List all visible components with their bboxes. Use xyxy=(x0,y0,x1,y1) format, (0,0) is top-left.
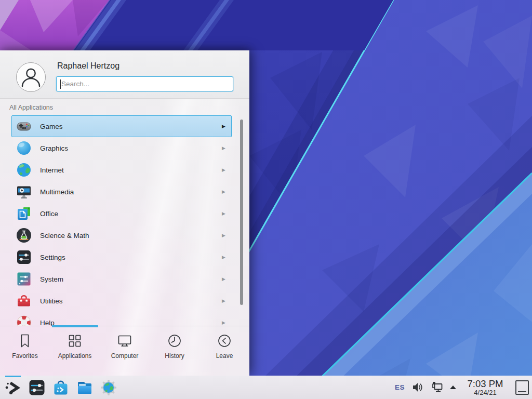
leave-icon xyxy=(217,333,232,349)
launcher-active-indicator xyxy=(5,376,21,377)
category-row-internet[interactable]: Internet ▶ xyxy=(11,159,232,181)
network-icon[interactable] xyxy=(430,381,443,394)
tab-leave[interactable]: Leave xyxy=(200,326,249,376)
kde-kickoff-icon xyxy=(4,379,22,396)
category-label: Science & Math xyxy=(40,232,89,240)
media-monitor-icon xyxy=(16,183,32,200)
search-input[interactable] xyxy=(57,77,233,91)
tab-computer[interactable]: Computer xyxy=(100,326,150,376)
taskbar-system-settings-button[interactable] xyxy=(26,376,47,399)
category-row-utilities[interactable]: Utilities ▶ xyxy=(11,290,232,312)
submenu-arrow-icon: ▶ xyxy=(222,299,225,303)
taskbar-dolphin-button[interactable] xyxy=(74,376,95,399)
tab-favorites[interactable]: Favorites xyxy=(0,326,50,376)
person-icon xyxy=(17,63,45,91)
list-scrollbar[interactable] xyxy=(240,119,243,305)
section-label: All Applications xyxy=(9,104,53,111)
speaker-icon[interactable] xyxy=(411,381,423,393)
app-grid-icon xyxy=(67,333,83,349)
tab-label: Applications xyxy=(58,352,92,360)
show-desktop-button[interactable] xyxy=(515,380,529,395)
tab-label: Favorites xyxy=(12,352,37,360)
category-label: Help xyxy=(40,319,55,326)
submenu-arrow-icon: ▶ xyxy=(222,168,225,172)
category-list: Games ▶ Graphics ▶ xyxy=(11,115,232,326)
active-tab-indicator xyxy=(52,325,98,327)
submenu-arrow-icon: ▶ xyxy=(222,124,225,129)
category-row-graphics[interactable]: Graphics ▶ xyxy=(11,137,232,159)
submenu-arrow-icon: ▶ xyxy=(222,190,225,194)
category-row-settings[interactable]: Settings ▶ xyxy=(11,246,232,268)
history-clock-icon xyxy=(167,333,182,349)
text-caret xyxy=(60,79,61,89)
category-label: System xyxy=(40,275,63,283)
category-label: Utilities xyxy=(40,297,63,305)
globe-icon xyxy=(16,162,32,178)
category-label: Games xyxy=(40,123,63,130)
submenu-arrow-icon: ▶ xyxy=(222,277,225,282)
category-row-science[interactable]: Science & Math ▶ xyxy=(11,224,232,246)
keyboard-layout-indicator[interactable]: ES xyxy=(395,383,405,391)
category-label: Graphics xyxy=(40,144,68,152)
toolbox-icon xyxy=(16,292,32,309)
system-settings-icon xyxy=(28,379,46,396)
document-icon xyxy=(16,205,32,222)
taskbar-discover-button[interactable] xyxy=(50,376,71,399)
sliders-icon xyxy=(16,249,32,265)
system-tray: ES 7:03 PM 4/24/21 xyxy=(395,379,532,396)
flask-icon xyxy=(16,227,32,244)
web-globe-gear-icon xyxy=(100,379,117,396)
up-arrow-icon[interactable] xyxy=(450,385,456,389)
tab-label: Computer xyxy=(111,352,139,360)
category-label: Office xyxy=(40,210,58,218)
digital-clock[interactable]: 7:03 PM 4/24/21 xyxy=(463,379,508,396)
category-label: Multimedia xyxy=(40,188,74,196)
category-row-system[interactable]: System ▶ xyxy=(11,268,232,290)
submenu-arrow-icon: ▶ xyxy=(222,255,225,260)
dolphin-folder-icon xyxy=(76,379,94,396)
tab-label: Leave xyxy=(216,352,233,360)
clock-time: 7:03 PM xyxy=(463,379,508,389)
launcher-tab-bar: Favorites Applications Computer xyxy=(0,326,249,376)
bookmark-icon xyxy=(17,333,33,349)
tab-applications[interactable]: Applications xyxy=(50,326,100,376)
category-row-help[interactable]: Help ▶ xyxy=(11,312,232,326)
paint-sphere-icon xyxy=(16,140,32,156)
desktop: Raphael Hertzog All Applications xyxy=(0,0,532,399)
launcher-header: Raphael Hertzog xyxy=(0,50,249,99)
category-row-games[interactable]: Games ▶ xyxy=(11,115,232,137)
category-label: Internet xyxy=(40,166,64,174)
submenu-arrow-icon: ▶ xyxy=(222,211,225,216)
user-name: Raphael Hertzog xyxy=(57,61,119,71)
submenu-arrow-icon: ▶ xyxy=(222,233,225,238)
clock-date: 4/24/21 xyxy=(463,389,508,396)
category-row-multimedia[interactable]: Multimedia ▶ xyxy=(11,181,232,203)
application-launcher-popup: Raphael Hertzog All Applications xyxy=(0,50,249,376)
taskbar-left-group xyxy=(0,376,119,399)
submenu-arrow-icon: ▶ xyxy=(222,146,225,151)
category-label: Settings xyxy=(40,254,65,261)
search-box[interactable] xyxy=(56,76,233,91)
taskbar-launcher-button[interactable] xyxy=(3,376,23,399)
taskbar: ES 7:03 PM 4/24/21 xyxy=(0,376,532,399)
category-row-office[interactable]: Office ▶ xyxy=(11,203,232,224)
tab-label: History xyxy=(165,352,184,360)
submenu-arrow-icon: ▶ xyxy=(222,321,225,325)
tab-history[interactable]: History xyxy=(150,326,200,376)
lifebuoy-icon xyxy=(16,314,32,326)
user-avatar[interactable] xyxy=(16,62,46,92)
discover-bag-icon xyxy=(52,379,70,396)
computer-icon xyxy=(117,333,132,349)
taskbar-browser-button[interactable] xyxy=(98,376,119,399)
system-sliders-icon xyxy=(16,271,32,287)
gamepad-icon xyxy=(16,118,32,135)
